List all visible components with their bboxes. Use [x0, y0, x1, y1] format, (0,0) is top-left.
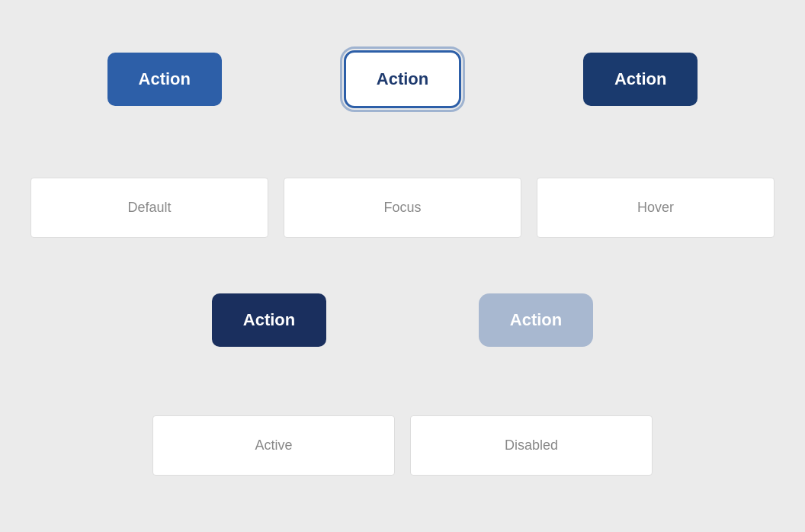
- default-label: Default: [30, 178, 268, 238]
- row-1-buttons: Action Action Action: [0, 50, 805, 108]
- row-4-labels: Active Disabled: [152, 415, 653, 476]
- focus-label: Focus: [284, 178, 521, 238]
- default-button[interactable]: Action: [107, 53, 222, 106]
- row-2-labels: Default Focus Hover: [30, 178, 775, 238]
- main-canvas: Action Action Action Default Focus Hover…: [0, 0, 805, 532]
- hover-label: Hover: [537, 178, 775, 238]
- active-button[interactable]: Action: [212, 293, 326, 347]
- disabled-button: Action: [479, 293, 593, 347]
- hover-button[interactable]: Action: [583, 53, 698, 106]
- row-3-buttons: Action Action: [0, 293, 805, 347]
- focus-button[interactable]: Action: [344, 50, 461, 108]
- active-label: Active: [152, 415, 395, 476]
- disabled-label: Disabled: [410, 415, 653, 476]
